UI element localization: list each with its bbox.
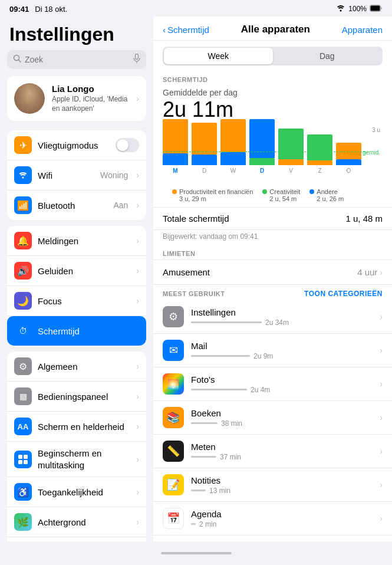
instellingen-icon: ⚙ — [163, 306, 184, 327]
amusement-row[interactable]: Amusement 4 uur › — [153, 259, 392, 285]
sidebar-item-beginscherm[interactable]: Beginscherm enmultitasking › — [7, 442, 146, 477]
bar-col-o: O — [336, 119, 361, 174]
schermtijd-section-label: SCHERMTIJD — [153, 71, 392, 86]
svg-point-0 — [340, 10, 342, 12]
bar-day-w: W — [230, 167, 236, 174]
boeken-chevron-icon: › — [380, 413, 383, 422]
app-row-boeken[interactable]: 📚 Boeken 38 min › — [153, 401, 392, 435]
bar-seg-orange — [163, 119, 188, 153]
amusement-value: 4 uur — [357, 267, 377, 277]
app-row-meten[interactable]: 📏 Meten 37 min › — [153, 435, 392, 468]
segment-week[interactable]: Week — [164, 48, 273, 64]
bluetooth-chevron-icon: › — [136, 201, 139, 210]
sidebar-item-bedieningspaneel[interactable]: ▦ Bedieningspaneel › — [7, 382, 146, 412]
mail-icon: ✉ — [163, 340, 184, 361]
rp-action-button[interactable]: Apparaten — [342, 25, 383, 35]
status-right-icons: 100% — [336, 4, 383, 14]
boeken-time-bar: 38 min — [191, 419, 373, 428]
sidebar-item-vliegtuigmodus[interactable]: ✈ Vliegtuigmodus — [7, 130, 146, 160]
total-value: 1 u, 48 m — [345, 213, 383, 224]
bar-col-d2: D — [249, 119, 275, 174]
sidebar-item-focus[interactable]: 🌙 Focus › — [7, 286, 146, 316]
toegankelijkheid-label: Toegankelijkheid — [38, 487, 130, 497]
app-row-fotos[interactable]: 🌅 Foto's 2u 4m › — [153, 367, 392, 401]
back-button[interactable]: ‹ Schermtijd — [163, 25, 209, 35]
status-bar: 09:41 Di 18 okt. 100% — [0, 0, 392, 17]
bluetooth-value: Aan — [113, 201, 128, 210]
profile-info: Lia Longo Apple ID, iCloud, 'Media en aa… — [52, 84, 129, 113]
wifi-label: Wifi — [38, 170, 94, 180]
segment-control: Week Dag — [163, 47, 383, 65]
instellingen-bar — [191, 321, 262, 323]
wifi-row-icon — [14, 166, 32, 184]
back-label: Schermtijd — [167, 25, 209, 35]
vliegtuigmodus-toggle[interactable] — [116, 138, 139, 152]
app-row-instellingen[interactable]: ⚙ Instellingen 2u 34m › — [153, 300, 392, 334]
instellingen-name: Instellingen — [191, 307, 373, 317]
mail-time: 2u 9m — [253, 352, 273, 360]
schermtijd-section: SCHERMTIJD Gemiddelde per dag 2u 11m — [153, 71, 392, 127]
fotos-name: Foto's — [191, 375, 373, 385]
fotos-time-bar: 2u 4m — [191, 386, 373, 394]
sidebar-item-achtergrond[interactable]: 🌿 Achtergrond › — [7, 507, 146, 537]
meten-time: 37 min — [220, 453, 241, 461]
meldingen-chevron-icon: › — [136, 236, 139, 245]
profile-card[interactable]: Lia Longo Apple ID, iCloud, 'Media en aa… — [7, 76, 146, 121]
show-categories-button[interactable]: TOON CATEGORIEËN — [304, 290, 383, 298]
schermtijd-icon: ⏱ — [14, 322, 32, 340]
home-indicator[interactable] — [161, 552, 232, 554]
fotos-chevron-icon: › — [380, 379, 383, 389]
show-more-button[interactable]: Toon meer — [153, 535, 392, 541]
achtergrond-label: Achtergrond — [38, 517, 130, 527]
sidebar-item-schermtijd[interactable]: ⏱ Schermtijd — [7, 316, 146, 346]
vliegtuigmodus-icon: ✈ — [14, 136, 32, 154]
meldingen-icon: 🔔 — [14, 232, 32, 249]
sidebar-item-meldingen[interactable]: 🔔 Meldingen › — [7, 226, 146, 256]
sidebar: Instellingen L — [0, 17, 153, 541]
sidebar-item-siri[interactable]: SIRI Siri en zoeken › — [7, 537, 146, 541]
toegankelijkheid-chevron-icon: › — [136, 487, 139, 497]
meten-info: Meten 37 min — [191, 442, 373, 461]
bar-col-w: W — [220, 119, 246, 174]
bar-chart: M D — [163, 127, 383, 186]
amusement-right: 4 uur › — [357, 267, 383, 277]
bottom-bar — [0, 541, 392, 565]
focus-chevron-icon: › — [136, 296, 139, 306]
boeken-icon: 📚 — [163, 407, 184, 428]
sidebar-item-toegankelijkheid[interactable]: ♿ Toegankelijkheid › — [7, 477, 146, 507]
battery-icon — [370, 4, 383, 14]
cat-name-creativiteit: Creativiteit — [269, 188, 300, 195]
bar-col-v: V — [278, 119, 304, 174]
achtergrond-icon: 🌿 — [14, 513, 32, 531]
app-row-mail[interactable]: ✉ Mail 2u 9m › — [153, 334, 392, 367]
sidebar-item-bluetooth[interactable]: 📶 Bluetooth Aan › — [7, 190, 146, 220]
svg-rect-9 — [24, 455, 28, 459]
geluiden-chevron-icon: › — [136, 266, 139, 275]
bar-day-d2: D — [260, 167, 264, 174]
scherm-helderheid-chevron-icon: › — [136, 422, 139, 431]
search-input[interactable] — [25, 55, 130, 64]
search-icon — [13, 54, 21, 65]
battery-percent: 100% — [348, 5, 367, 13]
scherm-helderheid-label: Scherm en helderheid — [38, 422, 130, 432]
app-row-notities[interactable]: 📝 Notities 13 min › — [153, 468, 392, 502]
geluiden-label: Geluiden — [38, 266, 130, 276]
bar-day-d1: D — [202, 167, 206, 174]
sidebar-item-algemeen[interactable]: ⚙ Algemeen › — [7, 352, 146, 382]
vliegtuigmodus-label: Vliegtuigmodus — [38, 140, 110, 150]
bar-chart-container: 3 u gemid. M — [153, 127, 392, 207]
sidebar-item-scherm-helderheid[interactable]: AA Scherm en helderheid › — [7, 412, 146, 442]
sidebar-title: Instellingen — [0, 17, 153, 50]
app-row-agenda[interactable]: 📅 Agenda 2 min › — [153, 502, 392, 535]
algemeen-icon: ⚙ — [14, 357, 32, 375]
sidebar-item-geluiden[interactable]: 🔊 Geluiden › — [7, 256, 146, 286]
search-bar[interactable] — [7, 50, 146, 69]
sidebar-item-wifi[interactable]: Wifi Woning › — [7, 160, 146, 190]
mail-chevron-icon: › — [380, 346, 383, 355]
cat-dot-blue — [309, 189, 314, 194]
limits-section-label: LIMIETEN — [153, 245, 392, 259]
segment-dag[interactable]: Dag — [273, 48, 382, 64]
bar-day-m: M — [173, 167, 177, 174]
bedieningspaneel-label: Bedieningspaneel — [38, 392, 130, 402]
notities-time-bar: 13 min — [191, 487, 373, 495]
